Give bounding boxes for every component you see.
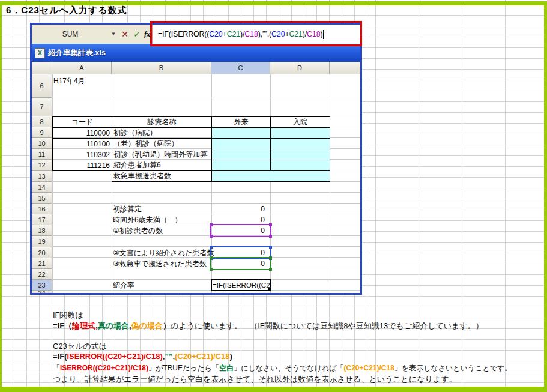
note-segment: 」にしなさい、そうでなければ「 xyxy=(234,364,343,372)
row-header-14[interactable]: 14 xyxy=(32,182,52,193)
row-header-19[interactable]: 19 xyxy=(32,236,52,247)
row-header-15[interactable]: 15 xyxy=(32,193,52,204)
page: 6．C23セルへ入力する数式 SUM ▼ ✕ ✓ fx =IF(ISERROR(… xyxy=(0,0,547,392)
cell-c8[interactable]: 外来 xyxy=(212,117,271,128)
page-border-left xyxy=(0,1,2,392)
row-header-13[interactable]: 13 xyxy=(32,171,52,182)
note-segment: (C20+C21)/C18 xyxy=(175,352,229,361)
row-header-21[interactable]: 21 xyxy=(32,258,52,269)
note-segment: ISERROR((C20+C21)/C18) xyxy=(60,364,148,372)
name-box[interactable]: SUM xyxy=(32,25,109,44)
row-header-20[interactable]: 20 xyxy=(32,247,52,258)
column-header-a[interactable]: A xyxy=(52,62,112,74)
cell-b13[interactable]: 救急車搬送患者数 xyxy=(112,171,212,182)
cell-a12[interactable]: 111216 xyxy=(53,160,112,171)
cell-b18[interactable]: ①初診患者の数 xyxy=(113,225,163,236)
cell-c11[interactable] xyxy=(212,149,271,160)
note-segment: ”” xyxy=(165,352,172,361)
formula-highlight-box xyxy=(150,21,362,46)
cell-c13-d13-merged[interactable] xyxy=(212,171,330,182)
cell-d8[interactable]: 入院 xyxy=(271,117,330,128)
excel-window: SUM ▼ ✕ ✓ fx =IF(ISERROR((C20+C21)/C18),… xyxy=(30,23,362,295)
row-header-10[interactable]: 10 xyxy=(32,138,52,149)
note-segment: 空白 xyxy=(219,364,234,372)
enter-icon[interactable]: ✓ xyxy=(131,25,142,44)
cell-b17[interactable]: 時間外6歳未満（－） xyxy=(113,214,182,225)
window-title: 紹介率集計表.xls xyxy=(48,48,106,58)
row-header-23[interactable]: 23 xyxy=(32,280,52,291)
cell-c12[interactable] xyxy=(212,160,271,171)
cell-d12[interactable] xyxy=(271,160,330,171)
column-header-c[interactable]: C xyxy=(211,62,270,74)
note-segment: 論理式 xyxy=(72,321,95,330)
row-header-24[interactable]: 24 xyxy=(32,291,52,293)
row-header-17[interactable]: 17 xyxy=(32,214,52,225)
note-c23-intro: C23セルの式は xyxy=(53,341,107,352)
note-segment: ) xyxy=(229,352,232,361)
fill-handle[interactable] xyxy=(267,288,271,291)
note-segment: ） xyxy=(163,321,171,330)
note-c23-summary: つまり、計算結果がエラー値だったら空白を表示させて、それ以外は数値を表示させる、… xyxy=(53,374,456,385)
cell-c23-editing[interactable]: =IF(ISERROR((C2 xyxy=(211,279,271,291)
cell-b12[interactable]: 紹介患者加算6 xyxy=(112,160,212,171)
cell-b9[interactable]: 初診（病院） xyxy=(112,128,212,139)
cell-b23[interactable]: 紹介率 xyxy=(113,280,134,291)
cell-a11[interactable]: 110302 xyxy=(53,149,112,160)
cell-b21[interactable]: ③救急車で搬送された患者数 xyxy=(113,258,207,269)
name-box-dropdown-icon[interactable]: ▼ xyxy=(109,25,118,44)
column-header-partial[interactable] xyxy=(330,62,360,74)
column-header-b[interactable]: B xyxy=(112,62,211,74)
cell-c16[interactable]: 0 xyxy=(211,204,268,214)
row-header-18[interactable]: 18 xyxy=(32,225,52,236)
note-c23-explanation: 「ISERROR((C20+C21)/C18)」がTRUEだったら「空白」にしな… xyxy=(53,363,512,373)
row-header-9[interactable]: 9 xyxy=(32,127,52,138)
cell-d9[interactable] xyxy=(271,128,330,139)
row-header-12[interactable]: 12 xyxy=(32,160,52,171)
row-header-11[interactable]: 11 xyxy=(32,149,52,160)
cell-a10[interactable]: 110100 xyxy=(53,139,112,149)
note-c23-formula: =IF(ISERROR((C20+C21)/C18),””,(C20+C21)/… xyxy=(53,352,232,361)
note-if-syntax: =IF（論理式,真の場合,偽の場合）のように使います。 （IF関数については豆知… xyxy=(53,321,483,331)
note-segment: =IF（ xyxy=(53,321,72,330)
note-segment: (C20+C21)/C18 xyxy=(344,364,394,372)
row-header-8[interactable]: 8 xyxy=(32,116,52,127)
cell-b8[interactable]: 診療名称 xyxy=(112,117,212,128)
cell-b20[interactable]: ②文書により紹介された患者数 xyxy=(113,247,214,258)
window-title-bar: X 紹介率集計表.xls xyxy=(32,44,360,62)
cell-a9[interactable]: 110000 xyxy=(53,128,112,139)
column-header-d[interactable]: D xyxy=(270,62,330,74)
page-border-right xyxy=(544,1,547,392)
table-row: 111216 紹介患者加算6 xyxy=(53,160,330,171)
cell-a13[interactable] xyxy=(53,171,112,182)
gridline xyxy=(52,98,360,98)
row-header-7[interactable]: 7 xyxy=(32,98,52,116)
cell-c9[interactable] xyxy=(212,128,271,139)
cancel-icon[interactable]: ✕ xyxy=(119,25,130,44)
excel-icon: X xyxy=(35,48,45,58)
row-header-22[interactable]: 22 xyxy=(32,269,52,280)
note-if-intro: IF関数は xyxy=(53,310,83,321)
background-grid-vertical-wide xyxy=(375,0,547,392)
table-row: 110302 初診（乳幼児）時間外等加算 xyxy=(53,149,330,160)
cell-d10[interactable] xyxy=(271,139,330,149)
note-segment: 「 xyxy=(53,364,60,372)
cell-b10[interactable]: （老）初診（病院） xyxy=(112,139,212,149)
select-all-corner[interactable] xyxy=(32,62,52,74)
cell-b11[interactable]: 初診（乳幼児）時間外等加算 xyxy=(112,149,212,160)
table-row: 救急車搬送患者数 xyxy=(53,171,330,182)
row-header-6[interactable]: 6 xyxy=(32,74,52,98)
row-header-16[interactable]: 16 xyxy=(32,204,52,214)
range-highlight-c21 xyxy=(210,257,271,270)
range-highlight-c18 xyxy=(210,224,271,237)
cell-b16[interactable]: 初診算定 xyxy=(113,204,142,214)
cell-d11[interactable] xyxy=(271,149,330,160)
page-title: 6．C23セルへ入力する数式 xyxy=(6,5,127,16)
data-table: コード 診療名称 外来 入院 110000 初診（病院） 110100 （老）初… xyxy=(52,116,330,182)
cell-c10[interactable] xyxy=(212,139,271,149)
note-segment: 真の場合 xyxy=(98,321,129,330)
cell-a6[interactable]: H17年4月 xyxy=(53,76,85,86)
cell-c23-text: =IF(ISERROR((C2 xyxy=(213,282,270,289)
note-segment: 偽の場合 xyxy=(131,321,163,330)
cell-a8[interactable]: コード xyxy=(53,117,112,128)
page-border-bottom xyxy=(0,387,547,392)
